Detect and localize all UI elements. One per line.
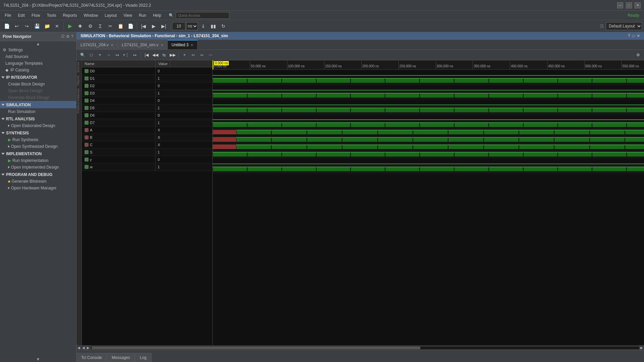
section-rtl-analysis[interactable]: RTL ANALYSIS: [0, 115, 76, 122]
nav-open-elaborated-design[interactable]: Open Elaborated Design: [0, 122, 76, 129]
wave-row-y[interactable]: [213, 158, 644, 166]
wave-row-d6[interactable]: [213, 114, 644, 121]
tab-untitled3[interactable]: Untitled 3 ✕: [168, 40, 198, 49]
signal-row-d6[interactable]: D60: [82, 112, 212, 119]
scroll-left-button[interactable]: ◀: [76, 346, 81, 350]
menu-view[interactable]: View: [120, 11, 136, 20]
signal-row-d1[interactable]: D11: [82, 75, 212, 82]
wave-row-d5[interactable]: [213, 107, 644, 114]
save-button[interactable]: 💾: [32, 21, 42, 31]
nav-create-block-design[interactable]: Create Block Design: [0, 81, 76, 87]
wave-row-d1[interactable]: [213, 77, 644, 84]
signal-row-d7[interactable]: D71: [82, 119, 212, 126]
wf-zoom-out[interactable]: −: [105, 51, 113, 59]
layout-select[interactable]: Default Layout: [606, 22, 642, 30]
signal-row-w[interactable]: w1: [82, 163, 212, 171]
prev-button[interactable]: |◀: [139, 21, 148, 31]
new-file-button[interactable]: 📄: [2, 21, 11, 31]
tab-ls74151-sim-close[interactable]: ✕: [161, 43, 163, 47]
nav-scroll-down[interactable]: ▼: [0, 357, 76, 362]
nav-open-implemented-design[interactable]: Open Implemented Design: [0, 164, 76, 171]
signal-row-d0[interactable]: D00: [82, 67, 212, 75]
settings-button[interactable]: ⚙: [86, 21, 95, 31]
menu-run[interactable]: Run: [136, 11, 150, 20]
wave-row-d4[interactable]: [213, 99, 644, 107]
waves-area[interactable]: [213, 70, 644, 345]
tab-untitled3-close[interactable]: ✕: [191, 43, 193, 47]
copy-button[interactable]: 📋: [116, 21, 125, 31]
signal-row-c[interactable]: CX: [82, 141, 212, 148]
wf-go-next[interactable]: ▶▶: [169, 51, 177, 59]
wave-row-d3[interactable]: [213, 92, 644, 99]
menu-help[interactable]: Help: [150, 11, 165, 20]
scroll-thumb[interactable]: [92, 347, 420, 349]
add-button[interactable]: ✚: [75, 21, 85, 31]
menu-edit[interactable]: Edit: [14, 11, 28, 20]
wave-row-d2[interactable]: [213, 84, 644, 92]
pause-button[interactable]: ▮▮: [209, 21, 218, 31]
wf-zoom-selection[interactable]: □: [87, 51, 95, 59]
menu-flow[interactable]: Flow: [28, 11, 43, 20]
wf-toggle-cursor[interactable]: +⋮: [122, 51, 130, 59]
wave-row-a[interactable]: [213, 129, 644, 136]
undo-button[interactable]: ↩: [12, 21, 21, 31]
close-button[interactable]: ✕: [635, 2, 641, 8]
wf-swap[interactable]: ⇆: [160, 51, 168, 59]
signal-row-a[interactable]: AX: [82, 126, 212, 134]
step-button[interactable]: ▶|: [159, 21, 168, 31]
nav-icon-1[interactable]: ☷: [61, 34, 65, 39]
tab-messages[interactable]: Messages: [107, 353, 135, 362]
wave-row-s[interactable]: [213, 151, 644, 158]
scroll-right-button[interactable]: ▶: [639, 346, 644, 350]
section-simulation[interactable]: SIMULATION: [0, 101, 76, 108]
nav-settings[interactable]: ⚙ Settings: [0, 47, 76, 53]
maximize-button[interactable]: □: [626, 2, 632, 8]
sim-expand-icon[interactable]: □: [632, 34, 635, 38]
wave-row-b[interactable]: [213, 136, 644, 143]
wf-go-prev[interactable]: ◀◀: [151, 51, 159, 59]
wf-zoom-fit[interactable]: 🔍: [78, 51, 87, 59]
tab-ls74151-sim[interactable]: LS74151_204_sim.v ✕: [118, 40, 167, 49]
time-ruler[interactable]: 0.000 ns 0.000 ns50.000 ns100.000 ns150.…: [213, 60, 644, 70]
wave-row-c[interactable]: [213, 143, 644, 151]
cursor-marker[interactable]: 0.000 ns: [213, 60, 213, 69]
wf-fit-view[interactable]: ↦: [113, 51, 121, 59]
sigma-button[interactable]: Σ: [96, 21, 105, 31]
sim-help-icon[interactable]: ?: [628, 34, 630, 38]
wf-go-start[interactable]: |◀: [143, 51, 151, 59]
nav-ip-catalog[interactable]: ◆ IP Catalog: [0, 67, 76, 73]
signal-row-s[interactable]: S1: [82, 148, 212, 156]
section-program-debug[interactable]: PROGRAM AND DEBUG: [0, 171, 76, 178]
signal-row-y[interactable]: y0: [82, 156, 212, 163]
signal-row-d2[interactable]: D20: [82, 82, 212, 89]
wf-settings-button[interactable]: ⚙: [634, 51, 642, 59]
nav-language-templates[interactable]: Language Templates: [0, 60, 76, 67]
nav-open-synthesized-design[interactable]: Open Synthesized Design: [0, 143, 76, 150]
open-button[interactable]: 📁: [42, 21, 52, 31]
scroll-track[interactable]: [91, 346, 639, 350]
wf-prev-edge[interactable]: ⇦: [189, 51, 197, 59]
minimize-button[interactable]: —: [617, 2, 623, 8]
sim-close-icon[interactable]: ✕: [637, 34, 640, 38]
protocol-instances-label[interactable]: Protocol Instances: [76, 87, 82, 115]
section-synthesis[interactable]: SYNTHESIS: [0, 129, 76, 136]
wave-row-d0[interactable]: [213, 70, 644, 77]
scroll-next-button[interactable]: ▶: [86, 346, 91, 350]
nav-run-implementation[interactable]: ▶ Run Implementation: [0, 157, 76, 164]
signal-row-b[interactable]: BX: [82, 134, 212, 141]
menu-file[interactable]: File: [1, 11, 14, 20]
menu-window[interactable]: Window: [80, 11, 101, 20]
nav-open-hardware-manager[interactable]: Open Hardware Manager: [0, 185, 76, 191]
wf-next-edge[interactable]: ⇨: [198, 51, 206, 59]
redo-button[interactable]: ↪: [22, 21, 32, 31]
time-value-input[interactable]: [172, 22, 185, 30]
nav-generate-bitstream[interactable]: ■ Generate Bitstream: [0, 178, 76, 185]
nav-scroll-up[interactable]: ▲: [0, 41, 76, 47]
nav-icon-3[interactable]: ?: [71, 34, 73, 39]
snap-button[interactable]: ⇓: [199, 21, 208, 31]
run-button[interactable]: ▶: [65, 21, 75, 31]
cut-button[interactable]: ✂: [106, 21, 115, 31]
section-implementation[interactable]: IMPLEMENTATION: [0, 150, 76, 157]
menu-reports[interactable]: Reports: [59, 11, 80, 20]
tab-ls74151-close[interactable]: ✕: [111, 43, 113, 47]
